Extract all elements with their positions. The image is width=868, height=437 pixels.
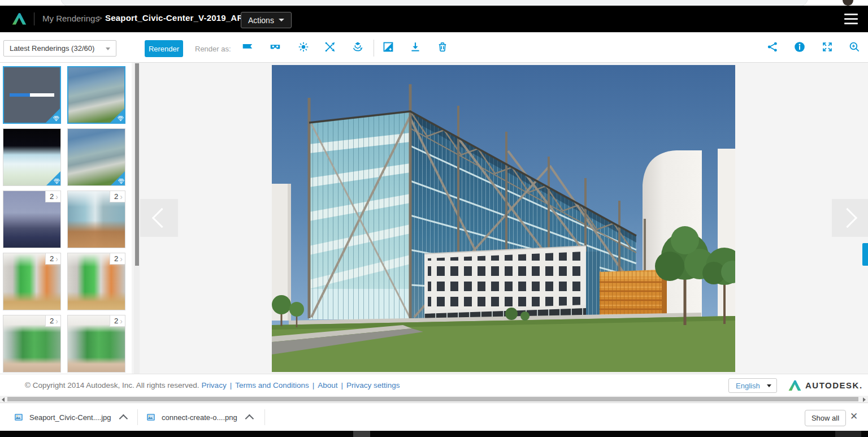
rendered-image[interactable] (272, 65, 735, 372)
gem-credit-icon (45, 108, 60, 123)
download-file-name: Seaport_Civic-Cent....jpg (29, 413, 111, 422)
render-progress-bar (10, 93, 54, 97)
turntable-icon[interactable] (351, 41, 364, 53)
thumbnail-green-stair-lobby[interactable]: 2› (3, 253, 61, 310)
close-download-bar-icon[interactable]: ✕ (850, 410, 858, 422)
browser-profile-avatar[interactable] (843, 0, 853, 6)
scroll-left-arrow-icon[interactable] (2, 397, 5, 402)
gem-credit-icon (46, 171, 61, 186)
image-file-icon (146, 412, 156, 422)
caret-down-icon (767, 384, 771, 387)
thumbnail-exterior-day[interactable] (67, 128, 125, 186)
privacy-settings-link[interactable]: Privacy settings (346, 381, 400, 390)
sun-interactive-panorama-icon[interactable] (297, 41, 310, 53)
actions-button[interactable]: Actions (241, 12, 292, 28)
taskbar-segment (353, 431, 370, 437)
terms-link[interactable]: Terms and Conditions (235, 381, 309, 390)
header-divider (34, 12, 34, 25)
thumbnail-green-glass-lobby[interactable]: 2› (3, 315, 61, 373)
renderings-filter-dropdown[interactable]: Latest Renderings (32/60) (3, 40, 116, 57)
menu-icon[interactable] (844, 14, 858, 24)
download-divider (264, 409, 265, 425)
image-file-icon (14, 412, 24, 422)
about-link[interactable]: About (318, 381, 337, 390)
actions-button-label: Actions (248, 16, 274, 25)
language-value: English (736, 382, 760, 390)
privacy-link[interactable]: Privacy (201, 381, 226, 390)
autodesk-footer-brand: AUTODESK. (788, 378, 863, 392)
toolbar: Latest Renderings (32/60) Rerender Rende… (0, 32, 868, 63)
renderings-filter-value: Latest Renderings (32/60) (10, 44, 94, 53)
chevron-up-icon[interactable] (119, 414, 128, 423)
thumbnail-green-glass-lobby-2[interactable]: 2› (67, 315, 125, 373)
caret-down-icon (106, 47, 110, 50)
previous-rendering-button[interactable] (140, 199, 178, 237)
show-all-downloads-button[interactable]: Show all (805, 410, 846, 426)
thumbnail-panel: 2› 2› 2› 2› 2› 2› (0, 63, 132, 374)
stereo-panorama-icon[interactable] (269, 41, 281, 53)
thumbnail-corridor-interior[interactable]: 2› (67, 191, 125, 248)
autodesk-wordmark: AUTODESK. (805, 380, 863, 390)
adjust-image-icon[interactable] (382, 41, 394, 53)
scroll-right-arrow-icon[interactable] (863, 397, 866, 402)
app-window: My Renderings > Seaport_Civic-Center_V-2… (0, 0, 868, 437)
download-item-1[interactable]: Seaport_Civic-Cent....jpg (14, 408, 128, 426)
toolbar-divider (374, 40, 374, 57)
download-item-2[interactable]: connect-create-o....png (146, 408, 254, 426)
version-count-badge: 2› (110, 191, 125, 202)
language-dropdown[interactable]: English (728, 378, 777, 393)
zoom-in-icon[interactable] (848, 41, 861, 53)
thumbnail-curved-courtyard-dusk[interactable]: 2› (3, 191, 61, 248)
footer-legal-text: © Copyright 2014 Autodesk, Inc. All righ… (25, 381, 400, 390)
fullscreen-icon[interactable] (821, 41, 834, 53)
caret-down-icon (279, 19, 284, 21)
content-area: 2› 2› 2› 2› 2› 2› (0, 63, 868, 374)
version-count-badge: 2› (110, 315, 125, 327)
download-file-name: connect-create-o....png (162, 413, 237, 422)
horizontal-scrollbar[interactable] (0, 396, 868, 403)
chevron-up-icon[interactable] (245, 414, 254, 423)
rerender-button[interactable]: Rerender (145, 40, 183, 57)
download-icon[interactable] (409, 41, 422, 53)
delete-icon[interactable] (436, 41, 449, 53)
version-count-badge: 2› (45, 315, 60, 327)
version-count-badge: 2› (45, 253, 60, 265)
progress-fill (10, 93, 30, 97)
thumbnail-exterior-night[interactable] (3, 128, 61, 186)
app-header: My Renderings > Seaport_Civic-Center_V-2… (0, 6, 868, 32)
download-divider (137, 409, 138, 425)
taskbar-sliver (0, 431, 868, 437)
version-count-badge: 2› (110, 253, 125, 265)
flag-image-icon[interactable] (241, 41, 254, 53)
info-icon[interactable] (793, 41, 806, 53)
chevron-left-icon (152, 208, 172, 228)
horizontal-scrollbar-thumb[interactable] (7, 397, 858, 401)
taskbar-segment (835, 431, 861, 437)
thumbnail-green-stair-lobby-2[interactable]: 2› (67, 253, 125, 310)
thumbnail-rendering-in-progress[interactable] (3, 66, 61, 124)
autodesk-logo-icon (788, 378, 802, 392)
footer: © Copyright 2014 Autodesk, Inc. All righ… (0, 374, 868, 396)
thumbnail-scrollbar-thumb[interactable] (135, 63, 139, 266)
autodesk-logo-icon[interactable] (11, 11, 27, 27)
browser-download-bar: Seaport_Civic-Cent....jpg connect-create… (0, 403, 868, 431)
breadcrumb-separator: > (97, 13, 102, 23)
next-rendering-button[interactable] (832, 199, 868, 237)
render-as-label: Render as: (195, 45, 231, 53)
copyright-text: © Copyright 2014 Autodesk, Inc. All righ… (25, 381, 199, 390)
chevron-right-icon (837, 208, 857, 228)
share-icon[interactable] (766, 41, 779, 53)
gem-credit-icon (110, 171, 125, 186)
breadcrumb-my-renderings[interactable]: My Renderings (42, 14, 99, 23)
gem-credit-icon (110, 108, 125, 123)
version-count-badge: 2› (45, 191, 60, 202)
feedback-tab[interactable] (862, 243, 868, 266)
thumbnail-exterior-day-selected[interactable] (67, 66, 125, 124)
browser-chrome-strip (0, 0, 868, 6)
solar-study-icon[interactable] (324, 41, 336, 53)
